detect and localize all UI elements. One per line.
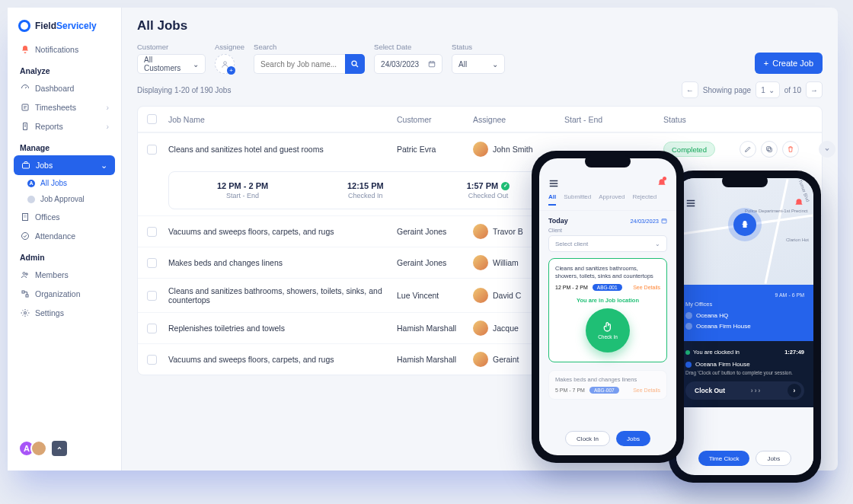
sidebar-item-label: Jobs <box>36 161 53 170</box>
delete-button[interactable] <box>782 141 799 158</box>
svg-rect-2 <box>22 213 27 220</box>
date-select[interactable]: 24/03/2023 <box>374 54 442 74</box>
row-checkbox[interactable] <box>147 291 157 301</box>
collapse-button[interactable] <box>52 441 67 456</box>
pager-prev-button[interactable]: ← <box>682 81 698 98</box>
sidebar-group-analyze: Analyze <box>14 59 115 78</box>
briefcase-icon <box>21 161 30 170</box>
building-icon <box>20 212 30 222</box>
status-select[interactable]: All⌄ <box>452 54 505 74</box>
pager-next-button[interactable]: → <box>806 81 823 98</box>
sidebar-subitem-job-approval[interactable]: Job Approval <box>14 191 115 207</box>
gauge-icon <box>20 83 30 93</box>
calendar-icon <box>428 60 436 68</box>
customer-filter-label: Customer <box>137 43 206 51</box>
expand-button[interactable] <box>819 141 835 158</box>
avatar-icon <box>473 288 488 303</box>
row-checkbox[interactable] <box>147 227 157 237</box>
sidebar-item-offices[interactable]: Offices <box>14 207 115 226</box>
create-job-button[interactable]: +Create Job <box>755 53 823 74</box>
cell-customer: Geraint Jones <box>397 258 473 267</box>
pager-label: Showing page <box>703 86 751 94</box>
user-avatar-2[interactable] <box>30 440 47 457</box>
plus-icon: + <box>764 59 768 68</box>
select-all-checkbox[interactable] <box>147 114 157 124</box>
chevron-down-icon: ⌄ <box>101 161 107 170</box>
displaying-text: Displaying 1-20 of 190 Jobs <box>137 86 231 94</box>
cell-customer: Lue Vincent <box>397 291 473 300</box>
chevron-down-icon: ⌄ <box>492 60 498 69</box>
sidebar-item-reports[interactable]: Reports› <box>14 116 115 136</box>
sidebar-item-timesheets[interactable]: Timesheets› <box>14 97 115 116</box>
sidebar-item-attendance[interactable]: Attendance <box>14 226 115 245</box>
cell-assignee: David C <box>493 291 521 300</box>
avatar-icon <box>473 255 488 270</box>
table-header: Job Name Customer Assignee Start - End S… <box>138 107 822 132</box>
pagination: ← Showing page 1⌄ of 10 → <box>682 81 823 98</box>
sidebar-item-settings[interactable]: Settings <box>14 303 115 322</box>
sidebar-item-notifications[interactable]: Notifications <box>14 40 115 59</box>
sidebar-item-organization[interactable]: Organization <box>14 284 115 303</box>
sidebar-item-label: Timesheets <box>35 103 76 112</box>
sidebar-subitem-all-jobs[interactable]: AAll Jobs <box>14 175 115 191</box>
gear-icon <box>20 308 30 317</box>
cell-customer: Hamish Marshall <box>397 355 473 364</box>
svg-point-4 <box>23 272 25 274</box>
cell-assignee: William <box>493 258 519 267</box>
sidebar-item-dashboard[interactable]: Dashboard <box>14 78 115 97</box>
sidebar-group-admin: Admin <box>14 245 115 265</box>
table-row[interactable]: Vacuums and sweeps floors, carpets, and … <box>138 343 822 375</box>
sidebar-item-label: Organization <box>35 289 81 298</box>
cell-assignee: John Smith <box>493 145 533 154</box>
org-icon <box>20 289 30 298</box>
svg-point-9 <box>223 61 226 64</box>
sidebar-item-label: Notifications <box>35 45 78 54</box>
sidebar-item-label: Offices <box>35 212 59 222</box>
avatar-icon <box>473 224 488 239</box>
row-checkbox[interactable] <box>147 324 157 333</box>
col-job: Job Name <box>168 115 397 124</box>
search-input[interactable] <box>254 54 345 74</box>
row-checkbox[interactable] <box>147 355 157 365</box>
customer-select[interactable]: All Customers⌄ <box>137 54 206 74</box>
sidebar-item-jobs[interactable]: Jobs ⌄ <box>14 155 115 175</box>
sidebar-item-label: Reports <box>35 122 63 131</box>
svg-rect-11 <box>429 62 435 67</box>
table-row[interactable]: Cleans and sanitizes bathrooms, showers,… <box>138 278 822 312</box>
row-checkbox[interactable] <box>147 258 157 268</box>
svg-point-5 <box>25 273 27 275</box>
sidebar-group-manage: Manage <box>14 136 115 155</box>
dot-icon <box>27 196 35 203</box>
bell-icon <box>20 44 30 54</box>
sidebar-footer: A <box>14 435 115 461</box>
status-filter-label: Status <box>452 43 505 51</box>
svg-point-10 <box>352 61 356 65</box>
sidebar-item-label: Settings <box>35 308 64 317</box>
cell-job: Vacuums and sweeps floors, carpets, and … <box>168 227 397 236</box>
row-checkbox[interactable] <box>147 145 157 155</box>
pager-page-select[interactable]: 1⌄ <box>756 81 780 98</box>
search-button[interactable] <box>345 54 365 74</box>
svg-rect-0 <box>22 104 28 110</box>
assignee-add-button[interactable] <box>215 54 235 74</box>
filters-bar: Customer All Customers⌄ Assignee Search … <box>137 43 823 74</box>
page-title: All Jobs <box>137 18 823 33</box>
chevron-right-icon: › <box>107 122 110 131</box>
table-row[interactable]: Makes beds and changes linensGeraint Jon… <box>138 247 822 278</box>
timesheet-icon <box>20 102 30 112</box>
edit-button[interactable] <box>740 141 756 158</box>
svg-point-8 <box>24 311 26 314</box>
table-row[interactable]: Vacuums and sweeps floors, carpets, and … <box>138 215 822 247</box>
sidebar-item-members[interactable]: Members <box>14 265 115 284</box>
col-startend: Start - End <box>564 115 663 124</box>
duplicate-button[interactable] <box>761 141 778 158</box>
cell-assignee: Jacque <box>493 324 519 333</box>
col-assignee: Assignee <box>473 115 564 124</box>
cell-customer: Patric Evra <box>397 145 473 154</box>
table-row[interactable]: Cleans and sanitizes hotel and guest roo… <box>138 132 822 165</box>
table-row[interactable]: Replenishes toiletries and towelsHamish … <box>138 312 822 343</box>
chevron-down-icon: ⌄ <box>193 60 199 69</box>
sidebar-item-label: Attendance <box>35 231 75 241</box>
brand-logo[interactable]: FieldServicely <box>14 17 115 40</box>
svg-rect-6 <box>22 291 24 293</box>
